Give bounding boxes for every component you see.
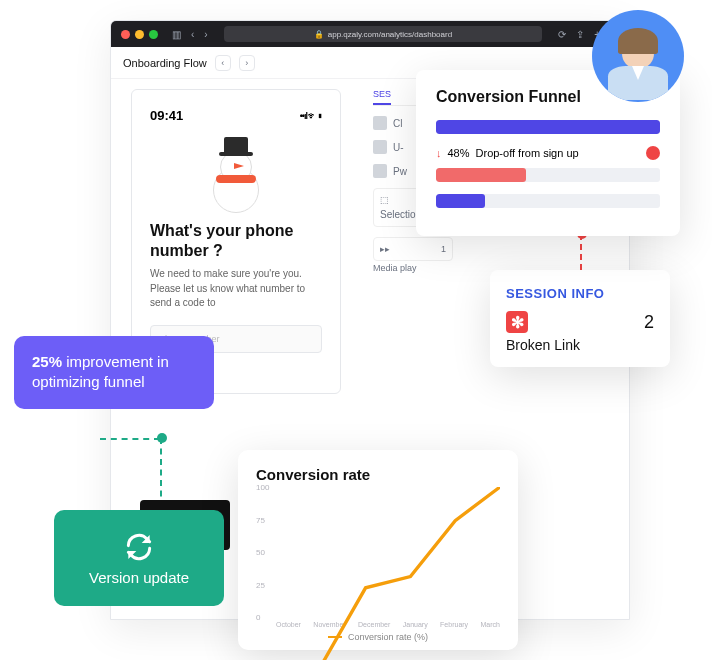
chrome-left-icons: ▥ ‹ ›: [172, 29, 208, 40]
url-text: app.qzaly.com/analytics/dashboard: [328, 30, 452, 39]
version-label: Version update: [89, 569, 189, 586]
sidebar-icon[interactable]: ▥: [172, 29, 181, 40]
back-icon[interactable]: ‹: [191, 29, 194, 40]
chart-plot-area: 100 75 50 25 0: [276, 487, 500, 617]
bug-icon: ✻: [506, 311, 528, 333]
person-icon: [608, 32, 668, 102]
max-dot[interactable]: [149, 30, 158, 39]
ytick: 50: [256, 548, 265, 557]
reload-icon[interactable]: ⟳: [558, 29, 566, 40]
refresh-icon: [123, 531, 155, 563]
share-icon[interactable]: ⇪: [576, 29, 584, 40]
select-icon: ⬚: [380, 195, 389, 205]
snowman-illustration: [204, 133, 268, 213]
signal-icon: ••ıl ᯤ ▮: [300, 111, 322, 121]
tab-sessions[interactable]: SES: [373, 89, 391, 105]
side-item-label: Cl: [393, 118, 402, 129]
improvement-badge: 25% improvement in optimizing funnel: [14, 336, 214, 409]
record-icon[interactable]: [646, 146, 660, 160]
dropoff-label: Drop-off from sign up: [476, 147, 579, 159]
chart-title: Conversion rate: [256, 466, 500, 483]
session-bug-row: ✻ 2: [506, 311, 654, 333]
improvement-pct: 25%: [32, 353, 62, 370]
traffic-lights: [121, 30, 158, 39]
session-label: Broken Link: [506, 337, 654, 353]
user-icon: [373, 140, 387, 154]
side-item-label: U-: [393, 142, 404, 153]
chart-line: [276, 487, 500, 660]
funnel-dropoff-row: ↓ 48% Drop-off from sign up: [436, 146, 660, 160]
dropoff-pct: 48%: [448, 147, 470, 159]
min-dot[interactable]: [135, 30, 144, 39]
ytick: 25: [256, 580, 265, 589]
breadcrumb-next[interactable]: ›: [239, 55, 255, 71]
arrow-down-icon: ↓: [436, 147, 442, 159]
session-title: SESSION INFO: [506, 286, 654, 301]
funnel-bar-3: [436, 194, 660, 208]
session-info-card: SESSION INFO ✻ 2 Broken Link: [490, 270, 670, 367]
folder-icon: [373, 164, 387, 178]
metric-media-play: ▸▸ 1: [373, 237, 453, 261]
conversion-rate-chart: Conversion rate 100 75 50 25 0 October N…: [238, 450, 518, 650]
connector-h: [100, 438, 160, 440]
phone-subtext: We need to make sure you're you. Please …: [150, 267, 322, 311]
side-item-label: Pw: [393, 166, 407, 177]
ytick: 100: [256, 483, 269, 492]
ytick: 75: [256, 515, 265, 524]
page-title: Onboarding Flow: [123, 57, 207, 69]
browser-chrome: ▥ ‹ › 🔒 app.qzaly.com/analytics/dashboar…: [111, 21, 629, 47]
version-update-card[interactable]: Version update: [54, 510, 224, 606]
breadcrumb-prev[interactable]: ‹: [215, 55, 231, 71]
funnel-bar-1: [436, 120, 660, 134]
phone-heading: What's your phone number ?: [150, 221, 322, 261]
address-bar[interactable]: 🔒 app.qzaly.com/analytics/dashboard: [224, 26, 542, 42]
user-avatar: [592, 10, 684, 102]
ytick: 0: [256, 613, 260, 622]
lock-icon: 🔒: [314, 30, 324, 39]
play-icon: ▸▸: [380, 244, 390, 254]
session-count: 2: [644, 312, 654, 333]
flag-icon: [373, 116, 387, 130]
metric-value: 1: [441, 244, 446, 254]
forward-icon[interactable]: ›: [204, 29, 207, 40]
funnel-bar-2: [436, 168, 660, 182]
phone-statusbar: 09:41 ••ıl ᯤ ▮: [150, 108, 322, 123]
phone-time: 09:41: [150, 108, 183, 123]
close-dot[interactable]: [121, 30, 130, 39]
